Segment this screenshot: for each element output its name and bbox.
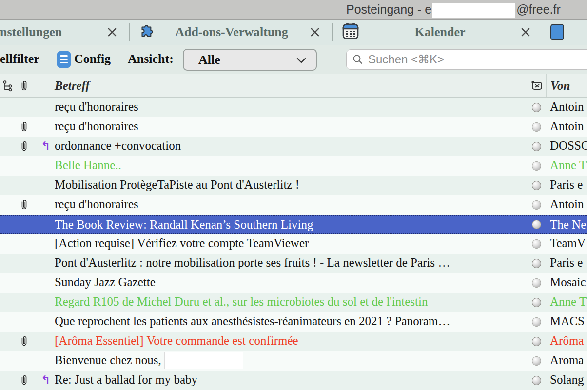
tab-calendar-label: Kalender	[415, 25, 466, 39]
message-subject: Bienvenue chez nous,	[55, 353, 161, 367]
message-row[interactable]: The Book Review: Randall Kenan’s Souther…	[0, 215, 587, 234]
view-dropdown[interactable]: Alle	[183, 49, 317, 71]
window-titlebar: Posteingang - e@free.fr	[0, 0, 587, 20]
thread-cell	[0, 234, 15, 254]
read-status-icon[interactable]	[532, 356, 541, 366]
unread-cell[interactable]	[527, 234, 546, 254]
attachment-cell	[15, 273, 33, 293]
read-status-icon[interactable]	[532, 103, 541, 112]
read-status-icon[interactable]	[532, 278, 541, 288]
attachment-cell	[15, 234, 33, 254]
thread-cell	[0, 351, 15, 371]
from-cell: MACS	[546, 312, 587, 332]
unread-cell[interactable]	[527, 137, 546, 156]
unread-cell[interactable]	[527, 98, 546, 117]
paperclip-icon	[20, 374, 28, 387]
read-status-icon[interactable]	[532, 337, 541, 346]
message-sender: Aroma	[550, 353, 584, 367]
message-subject: Sunday Jazz Gazette	[55, 275, 156, 289]
message-row[interactable]: Pont d'Austerlitz : notre mobilisation p…	[0, 254, 587, 273]
unread-cell[interactable]	[527, 351, 546, 371]
paperclip-icon	[20, 79, 28, 92]
attachment-cell	[15, 293, 33, 312]
paperclip-icon	[20, 140, 28, 153]
search-box[interactable]	[346, 49, 587, 70]
subject-column-header[interactable]: Betreff	[33, 74, 527, 97]
message-subject: Re: Just a ballad for my baby	[55, 373, 197, 386]
read-status-icon[interactable]	[532, 317, 541, 327]
from-cell: Antoin	[546, 195, 587, 215]
unread-column-header[interactable]	[527, 74, 546, 97]
read-status-icon[interactable]	[532, 298, 541, 307]
unread-cell[interactable]	[527, 273, 546, 293]
message-sender: Solang	[550, 373, 584, 386]
message-row[interactable]: [Action requise] Vérifiez votre compte T…	[0, 234, 587, 254]
message-row[interactable]: reçu d'honoraires Antoin	[0, 98, 587, 117]
read-status-icon[interactable]	[532, 122, 541, 132]
paperclip-icon	[20, 198, 28, 211]
tab-addons[interactable]: Add-ons-Verwaltung	[130, 20, 332, 45]
message-row[interactable]: Bienvenue chez nous, Aroma	[0, 351, 587, 371]
unread-cell[interactable]	[527, 117, 546, 137]
read-status-icon[interactable]	[532, 161, 541, 171]
message-row[interactable]: ↰Re: Just a ballad for my baby Solang	[0, 371, 587, 390]
message-sender: Anne T	[550, 295, 587, 308]
message-list-header: Betreff Von	[0, 74, 587, 98]
tab-calendar-close-icon[interactable]	[520, 27, 531, 38]
subject-cell: Mobilisation ProtègeTaPiste au Pont d'Au…	[33, 176, 527, 195]
config-button[interactable]: Config	[74, 45, 111, 74]
message-row[interactable]: Mobilisation ProtègeTaPiste au Pont d'Au…	[0, 176, 587, 195]
quick-filter-button[interactable]: ellfilter	[0, 45, 39, 74]
attachment-column-header[interactable]	[15, 74, 33, 97]
read-status-icon[interactable]	[532, 181, 541, 190]
message-row[interactable]: reçu d'honoraires Antoin	[0, 195, 587, 215]
message-subject: reçu d'honoraires	[55, 100, 138, 113]
unread-cell[interactable]	[527, 216, 546, 233]
thread-cell	[0, 293, 15, 312]
subject-cell: reçu d'honoraires	[33, 117, 527, 137]
from-cell: Solang	[546, 371, 587, 390]
read-status-icon[interactable]	[532, 220, 541, 229]
unread-cell[interactable]	[527, 293, 546, 312]
message-subject: Que reprochent les patients aux anesthés…	[55, 314, 450, 328]
read-status-icon[interactable]	[532, 376, 541, 385]
message-row[interactable]: Sunday Jazz Gazette Mosaic	[0, 273, 587, 293]
message-subject: Regard R105 de Michel Duru et al., sur l…	[55, 295, 428, 308]
subject-cell: Pont d'Austerlitz : notre mobilisation p…	[33, 254, 527, 273]
tab-address-book[interactable]	[546, 20, 587, 45]
message-list: reçu d'honoraires Antoin reçu d'honorair…	[0, 98, 587, 390]
unread-cell[interactable]	[527, 254, 546, 273]
thread-column-header[interactable]	[0, 74, 15, 97]
read-status-icon[interactable]	[532, 142, 541, 151]
message-row[interactable]: Belle Hanne.. Anne T	[0, 156, 587, 176]
unread-cell[interactable]	[527, 176, 546, 195]
unread-cell[interactable]	[527, 195, 546, 215]
from-column-header[interactable]: Von	[546, 74, 587, 97]
tab-settings-close-icon[interactable]	[107, 27, 117, 38]
read-status-icon[interactable]	[532, 259, 541, 268]
message-row[interactable]: Regard R105 de Michel Duru et al., sur l…	[0, 293, 587, 312]
subject-cell: reçu d'honoraires	[33, 195, 527, 215]
search-input[interactable]	[367, 52, 587, 67]
read-status-icon[interactable]	[532, 239, 541, 249]
unread-cell[interactable]	[527, 371, 546, 390]
attachment-cell	[15, 312, 33, 332]
tab-calendar[interactable]: Kalender	[333, 20, 546, 45]
tab-addons-close-icon[interactable]	[310, 27, 320, 38]
thread-cell	[0, 195, 15, 215]
from-cell: Paris e	[546, 176, 587, 195]
thread-cell	[0, 332, 15, 351]
attachment-cell	[15, 98, 33, 117]
message-row[interactable]: Que reprochent les patients aux anesthés…	[0, 312, 587, 332]
message-row[interactable]: [Arôma Essentiel] Votre commande est con…	[0, 332, 587, 351]
message-row[interactable]: reçu d'honoraires Antoin	[0, 117, 587, 137]
message-sender: Antoin	[550, 197, 584, 211]
chevron-down-icon	[296, 58, 306, 63]
message-row[interactable]: ↰ordonnance +convocation DOSSO	[0, 137, 587, 156]
unread-cell[interactable]	[527, 156, 546, 176]
tab-settings[interactable]: nstellungen	[0, 20, 129, 45]
read-status-icon[interactable]	[532, 200, 541, 210]
unread-cell[interactable]	[527, 312, 546, 332]
message-sender: Antoin	[550, 119, 584, 133]
unread-cell[interactable]	[527, 332, 546, 351]
